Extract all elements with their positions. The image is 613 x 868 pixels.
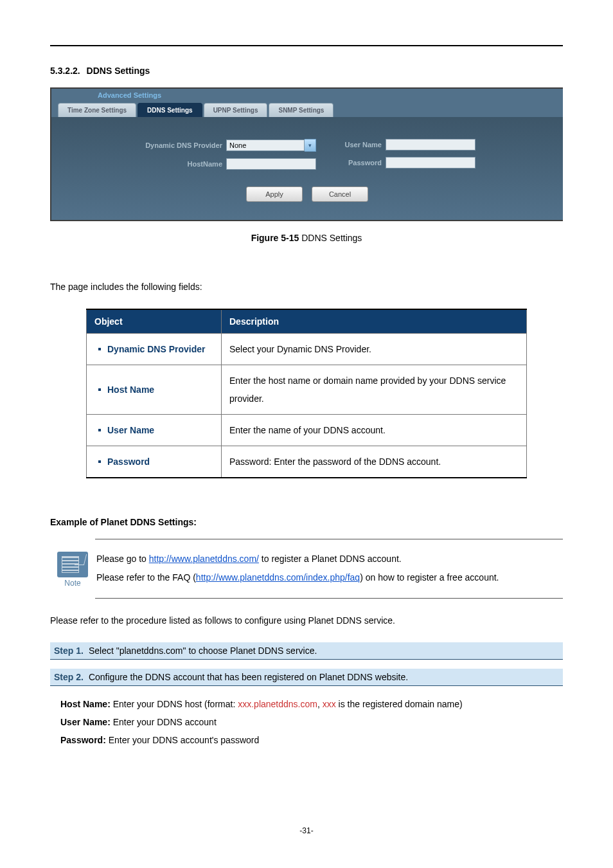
detail-text: Enter your DDNS account <box>111 717 217 727</box>
provider-input[interactable] <box>226 140 305 151</box>
procedure-paragraph: Please refer to the procedure listed as … <box>50 615 563 626</box>
host-placeholder-highlight: xxx <box>323 699 336 709</box>
note-content: Please go to http://www.planetddns.com/ … <box>95 539 563 599</box>
obj-desc: Enter the name of your DDNS account. <box>222 415 527 446</box>
top-rule <box>50 45 563 46</box>
intro-paragraph: The page includes the following fields: <box>50 282 563 292</box>
detail-user-label: User Name: <box>60 717 111 727</box>
obj-name: Host Name <box>107 384 154 395</box>
hostname-label: HostName <box>139 160 222 168</box>
planetddns-link[interactable]: http://www.planetddns.com/ <box>149 554 259 564</box>
tab-ddns[interactable]: DDNS Settings <box>138 103 202 117</box>
step-text: Configure the DDNS account that has been… <box>89 672 408 682</box>
tab-snmp[interactable]: SNMP Settings <box>269 103 333 117</box>
figure-text: DDNS Settings <box>299 233 362 243</box>
note-box: Note Please go to http://www.planetddns.… <box>50 539 563 599</box>
chevron-down-icon[interactable]: ▾ <box>305 139 316 152</box>
table-row: Password Password: Enter the password of… <box>87 446 527 478</box>
provider-label: Dynamic DNS Provider <box>139 141 222 149</box>
section-heading: 5.3.2.2. DDNS Settings <box>50 66 563 76</box>
hostname-input[interactable] <box>226 158 316 170</box>
password-label: Password <box>334 159 382 167</box>
figure-caption: Figure 5-15 DDNS Settings <box>50 233 563 243</box>
provider-select[interactable]: ▾ <box>226 139 316 152</box>
step2-details: Host Name: Enter your DDNS host (format:… <box>50 695 563 749</box>
step-label: Step 1. <box>54 646 84 656</box>
apply-button[interactable]: Apply <box>246 186 303 202</box>
heading-title: DDNS Settings <box>87 66 150 76</box>
username-input[interactable] <box>386 139 475 150</box>
note-label: Note <box>64 579 80 588</box>
tab-upnp[interactable]: UPNP Settings <box>204 103 268 117</box>
detail-host-label: Host Name: <box>60 699 111 709</box>
th-description: Description <box>222 309 527 334</box>
bullet-icon <box>98 348 101 350</box>
bullet-icon <box>98 460 101 463</box>
step1-banner: Step 1.Select "planetddns.com" to choose… <box>50 642 563 660</box>
ddns-screenshot: Advanced Settings Time Zone Settings DDN… <box>50 87 563 221</box>
tab-time-zone[interactable]: Time Zone Settings <box>58 103 136 117</box>
example-heading: Example of Planet DDNS Settings: <box>50 517 563 527</box>
obj-desc: Enter the host name or domain name provi… <box>222 365 527 415</box>
table-row: Host Name Enter the host name or domain … <box>87 365 527 415</box>
note-text: Please refer to the FAQ ( <box>96 572 196 583</box>
th-object: Object <box>87 309 222 334</box>
note-text: to register a Planet DDNS account. <box>259 554 402 564</box>
note-icon <box>57 552 88 577</box>
bullet-icon <box>98 388 101 391</box>
detail-text: is the registered domain name) <box>336 699 463 709</box>
username-label: User Name <box>334 141 382 149</box>
bullet-icon <box>98 429 101 431</box>
obj-name: Password <box>107 457 150 467</box>
note-text: ) on how to register a free account. <box>360 572 499 583</box>
host-format-highlight: xxx.planetddns.com <box>238 699 317 709</box>
step-label: Step 2. <box>54 672 84 682</box>
field-description-table: Object Description Dynamic DNS Provider … <box>86 309 527 478</box>
faq-link[interactable]: http://www.planetddns.com/index.php/faq <box>196 572 360 583</box>
detail-pass-label: Password: <box>60 735 106 745</box>
cancel-button[interactable]: Cancel <box>312 186 368 202</box>
step2-banner: Step 2.Configure the DDNS account that h… <box>50 669 563 686</box>
screenshot-body: Dynamic DNS Provider ▾ HostName User Nam… <box>51 117 563 220</box>
table-row: Dynamic DNS Provider Select your Dynamic… <box>87 334 527 365</box>
heading-number: 5.3.2.2. <box>50 66 80 76</box>
obj-name: Dynamic DNS Provider <box>107 344 206 354</box>
table-row: User Name Enter the name of your DDNS ac… <box>87 415 527 446</box>
detail-text: , <box>317 699 323 709</box>
page-number: -31- <box>50 826 563 835</box>
breadcrumb: Advanced Settings <box>51 89 563 103</box>
obj-desc: Password: Enter the password of the DDNS… <box>222 446 527 478</box>
detail-text: Enter your DDNS host (format: <box>111 699 238 709</box>
figure-label: Figure 5-15 <box>251 233 299 243</box>
detail-text: Enter your DDNS account's password <box>106 735 259 745</box>
note-text: Please go to <box>96 554 149 564</box>
step-text: Select "planetddns.com" to choose Planet… <box>89 646 317 656</box>
obj-name: User Name <box>107 425 154 435</box>
obj-desc: Select your Dynamic DNS Provider. <box>222 334 527 365</box>
tab-row: Time Zone Settings DDNS Settings UPNP Se… <box>51 103 563 117</box>
password-input[interactable] <box>386 157 475 168</box>
